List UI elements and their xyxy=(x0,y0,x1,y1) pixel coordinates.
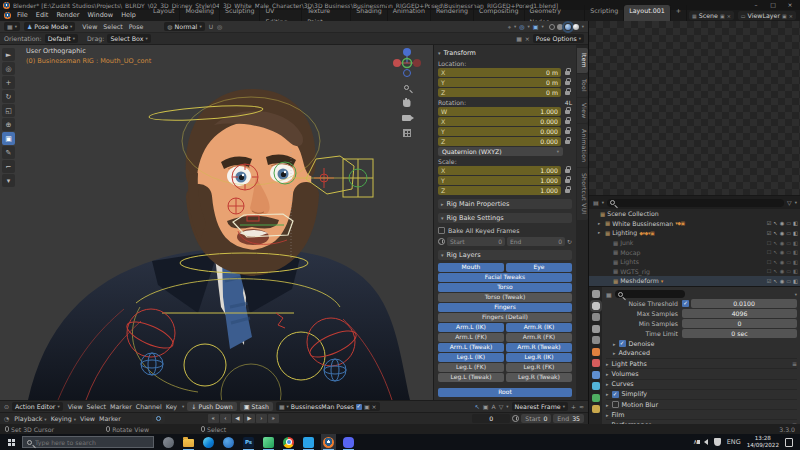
playback-button[interactable]: ▶ xyxy=(244,414,255,423)
timeline-menu-item[interactable]: Keying xyxy=(49,415,78,422)
timeline-menu-item[interactable]: Marker xyxy=(97,415,123,422)
playback-button[interactable]: « xyxy=(208,414,219,423)
rig-layer-button[interactable]: Leg.L (Tweak) xyxy=(438,373,504,382)
expand-icon[interactable]: ▸ xyxy=(598,230,603,235)
value-field[interactable]: X 1.000 xyxy=(438,166,561,175)
action-menu-item[interactable]: Select xyxy=(85,403,108,410)
filter-mode-icon[interactable]: ▤ xyxy=(593,199,599,206)
render-visibility-icon[interactable]: ◧ xyxy=(793,220,798,226)
unlink-action-icon[interactable]: × xyxy=(372,403,377,410)
tool-button[interactable]: + xyxy=(2,76,15,89)
setting-value-field[interactable]: 0 sec xyxy=(682,329,797,338)
action-menu-item[interactable]: Marker xyxy=(108,403,134,410)
rotation-mode-dropdown[interactable]: Quaternion (WXYZ) ▾ xyxy=(438,147,563,156)
rig-layer-button[interactable]: Arm.L (IK) xyxy=(438,323,504,332)
setting-value-field[interactable]: 4096 xyxy=(682,309,797,318)
new-action-icon[interactable]: ▣ xyxy=(364,403,370,410)
checkbox-icon[interactable]: ☐ xyxy=(767,249,772,255)
menu-item[interactable]: File xyxy=(13,10,32,21)
value-field[interactable]: Z 0.000 xyxy=(438,137,561,146)
grid-icon[interactable]: ▦ xyxy=(516,35,522,42)
viewport-visibility-icon[interactable]: ▭ xyxy=(786,259,791,265)
viewport-visibility-icon[interactable]: ▭ xyxy=(786,268,791,274)
rig-layer-button[interactable]: Fingers xyxy=(438,303,572,312)
viewport-menu-item[interactable]: Pose xyxy=(126,23,147,30)
eye-icon[interactable]: ◉ xyxy=(780,230,785,236)
render-visibility-icon[interactable]: ◧ xyxy=(793,249,798,255)
lock-icon[interactable] xyxy=(563,91,572,95)
menu-item[interactable]: Window xyxy=(84,10,118,21)
fcurve-icon[interactable]: ≈ xyxy=(579,403,584,410)
panel-checkbox[interactable]: ✓ xyxy=(612,401,619,408)
proportional-cursor-icon[interactable]: ↖ xyxy=(475,403,480,410)
setting-value-field[interactable]: 0 xyxy=(682,319,797,328)
selectable-icon[interactable]: ↖ xyxy=(773,278,777,284)
viewport-menu-item[interactable]: Select xyxy=(100,23,125,30)
viewport-menu-item[interactable]: View xyxy=(79,23,100,30)
rig-layer-button[interactable]: Mouth xyxy=(438,263,504,272)
playback-button[interactable]: ‹ xyxy=(220,414,231,423)
menu-item[interactable]: Render xyxy=(52,10,83,21)
taskbar-app-icon[interactable] xyxy=(261,434,276,450)
outliner-row[interactable]: ▦ Mocap ☑ ☐ ↖ ◉ ▭ ◧ xyxy=(589,247,800,257)
rig-layer-button[interactable]: Fingers (Detail) xyxy=(438,313,572,322)
properties-panel-header[interactable]: ▸ ✓ Motion Blur ≡ xyxy=(606,399,797,409)
proportional-edit-icon[interactable]: ◎ xyxy=(217,23,222,30)
properties-tab-icon[interactable] xyxy=(592,336,600,344)
value-field[interactable]: Y 1.000 xyxy=(438,176,561,185)
selectable-icon[interactable]: ↖ xyxy=(773,259,777,265)
minimize-button[interactable]: – xyxy=(749,0,763,10)
bake-end-field[interactable]: End 0 xyxy=(507,237,565,246)
render-preview[interactable] xyxy=(589,21,800,195)
rotation-4l-toggle[interactable]: 4L xyxy=(565,99,572,106)
eye-icon[interactable]: ◉ xyxy=(780,259,785,265)
properties-panel-header[interactable]: ▸ ✓ Film ≡ xyxy=(606,409,797,419)
stash-button[interactable]: ▣Stash xyxy=(240,402,273,411)
tool-button[interactable]: ⊕ xyxy=(2,118,15,131)
wireframe-shading-icon[interactable] xyxy=(549,24,555,30)
selectable-icon[interactable]: ↖ xyxy=(773,268,777,274)
blender-menu-icon[interactable] xyxy=(4,12,11,19)
filter-icon[interactable]: ▽ xyxy=(787,199,792,206)
mode-selector[interactable]: ♟ Pose Mode ▾ xyxy=(24,22,75,31)
properties-nav-icon[interactable]: ▦ xyxy=(606,291,612,298)
viewport-visibility-icon[interactable]: ▭ xyxy=(786,230,791,236)
tool-button[interactable]: ◱ xyxy=(2,104,15,117)
rig-layer-button[interactable]: Eye xyxy=(506,263,572,272)
lock-icon[interactable] xyxy=(563,110,572,114)
new-scene-icon[interactable]: ▣ xyxy=(720,13,725,19)
taskbar-app-icon[interactable] xyxy=(221,434,236,450)
pan-hand-icon[interactable] xyxy=(403,98,411,107)
properties-tab-icon[interactable] xyxy=(592,359,600,367)
rig-layer-button[interactable]: Torso (Tweak) xyxy=(438,293,572,302)
timeline-menu-item[interactable]: Playback xyxy=(12,415,48,422)
properties-panel-header[interactable]: ▸ ✓ Curves ≡ xyxy=(606,379,797,389)
render-visibility-icon[interactable]: ◧ xyxy=(793,240,798,246)
rig-layer-button[interactable]: Root xyxy=(438,388,572,397)
eye-icon[interactable]: ◉ xyxy=(780,268,785,274)
auto-keyframe-toggle[interactable] xyxy=(152,414,165,423)
editor-type-icon[interactable]: ⊙ xyxy=(4,403,9,410)
language-indicator[interactable]: ENG xyxy=(727,438,741,446)
snap-mode-dropdown[interactable]: Nearest Frame ▾ xyxy=(512,402,568,411)
checkbox-icon[interactable]: ☐ xyxy=(767,240,772,246)
properties-tab-icon[interactable] xyxy=(592,382,600,390)
rig-layer-button[interactable]: Torso xyxy=(438,283,572,292)
tool-button[interactable]: ✎ xyxy=(2,146,15,159)
checkbox-icon[interactable]: ☑ xyxy=(767,230,772,236)
transform-panel-header[interactable]: ▾ Transform xyxy=(438,48,572,58)
properties-tab-icon[interactable] xyxy=(592,348,600,356)
rig-layer-button[interactable]: Arm.R (IK) xyxy=(506,323,572,332)
lock-icon[interactable] xyxy=(563,130,572,134)
frame-end-field[interactable]: End 35 xyxy=(553,414,584,423)
value-field[interactable]: Y 0.000 xyxy=(438,127,561,136)
rig-main-properties-panel[interactable]: ▸ Rig Main Properties xyxy=(438,199,572,209)
tool-button[interactable]: ◎ xyxy=(2,62,15,75)
playback-button[interactable]: » xyxy=(268,414,279,423)
menu-item[interactable]: Help xyxy=(117,10,140,21)
tool-button[interactable]: ▾ xyxy=(2,174,15,187)
value-field[interactable]: X 0.000 xyxy=(438,117,561,126)
checkbox-icon[interactable]: ☑ xyxy=(767,220,772,226)
taskbar-app-icon[interactable] xyxy=(301,434,316,450)
action-menu-item[interactable]: Key xyxy=(164,403,179,410)
